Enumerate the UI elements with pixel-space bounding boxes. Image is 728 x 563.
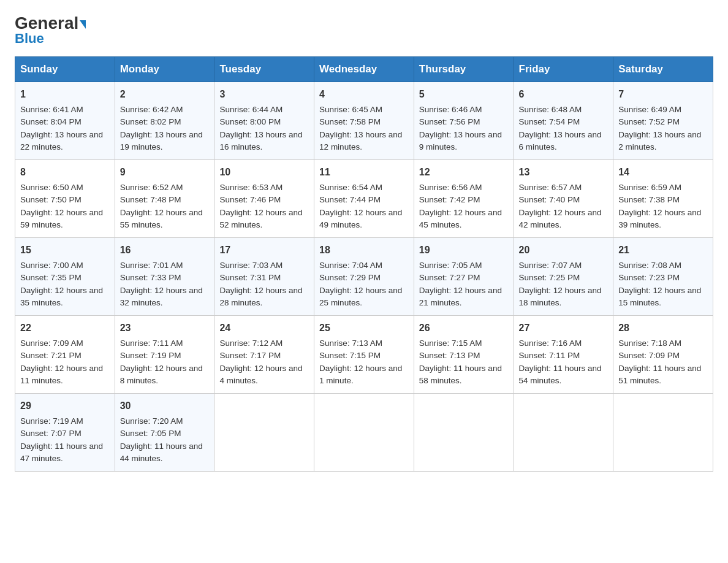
header-wednesday: Wednesday	[314, 57, 414, 82]
daylight-text: Daylight: 12 hours and 11 minutes.	[20, 364, 103, 385]
sunset-text: Sunset: 7:05 PM	[120, 429, 181, 438]
sunset-text: Sunset: 8:04 PM	[20, 117, 82, 126]
daylight-text: Daylight: 12 hours and 52 minutes.	[219, 208, 302, 229]
sunrise-text: Sunrise: 6:59 AM	[618, 183, 681, 192]
sunset-text: Sunset: 7:38 PM	[618, 195, 680, 204]
calendar-table: SundayMondayTuesdayWednesdayThursdayFrid…	[15, 56, 713, 472]
calendar-cell: 4Sunrise: 6:45 AMSunset: 7:58 PMDaylight…	[314, 82, 414, 160]
day-number: 26	[419, 321, 509, 335]
daylight-text: Daylight: 11 hours and 44 minutes.	[120, 442, 203, 463]
day-number: 22	[20, 321, 110, 335]
daylight-text: Daylight: 11 hours and 54 minutes.	[519, 364, 602, 385]
calendar-cell: 14Sunrise: 6:59 AMSunset: 7:38 PMDayligh…	[613, 160, 713, 238]
calendar-header-row: SundayMondayTuesdayWednesdayThursdayFrid…	[15, 57, 713, 82]
sunrise-text: Sunrise: 6:57 AM	[519, 183, 582, 192]
sunrise-text: Sunrise: 7:07 AM	[519, 261, 582, 270]
sunrise-text: Sunrise: 7:11 AM	[120, 339, 183, 348]
sunset-text: Sunset: 7:23 PM	[618, 273, 680, 282]
sunrise-text: Sunrise: 7:05 AM	[419, 261, 482, 270]
calendar-cell: 22Sunrise: 7:09 AMSunset: 7:21 PMDayligh…	[15, 316, 115, 394]
calendar-week-5: 29Sunrise: 7:19 AMSunset: 7:07 PMDayligh…	[15, 394, 713, 472]
sunrise-text: Sunrise: 7:19 AM	[20, 416, 83, 426]
sunset-text: Sunset: 7:09 PM	[618, 351, 680, 360]
daylight-text: Daylight: 12 hours and 32 minutes.	[120, 286, 203, 307]
calendar-cell: 28Sunrise: 7:18 AMSunset: 7:09 PMDayligh…	[613, 316, 713, 394]
sunset-text: Sunset: 7:07 PM	[20, 429, 82, 438]
daylight-text: Daylight: 12 hours and 28 minutes.	[219, 286, 302, 307]
calendar-week-4: 22Sunrise: 7:09 AMSunset: 7:21 PMDayligh…	[15, 316, 713, 394]
sunrise-text: Sunrise: 7:15 AM	[419, 339, 482, 348]
calendar-cell: 8Sunrise: 6:50 AMSunset: 7:50 PMDaylight…	[15, 160, 115, 238]
sunrise-text: Sunrise: 7:09 AM	[20, 339, 83, 348]
header-friday: Friday	[514, 57, 613, 82]
sunset-text: Sunset: 7:44 PM	[319, 195, 381, 204]
daylight-text: Daylight: 12 hours and 35 minutes.	[20, 286, 103, 307]
sunset-text: Sunset: 7:56 PM	[419, 117, 480, 126]
day-number: 16	[120, 243, 210, 258]
daylight-text: Daylight: 13 hours and 12 minutes.	[319, 130, 402, 151]
calendar-cell: 24Sunrise: 7:12 AMSunset: 7:17 PMDayligh…	[214, 316, 314, 394]
header-tuesday: Tuesday	[214, 57, 314, 82]
day-number: 12	[419, 165, 509, 180]
logo: General Blue	[15, 15, 86, 47]
day-number: 3	[219, 87, 309, 102]
sunset-text: Sunset: 7:13 PM	[419, 351, 480, 360]
sunrise-text: Sunrise: 6:53 AM	[219, 183, 282, 192]
calendar-week-2: 8Sunrise: 6:50 AMSunset: 7:50 PMDaylight…	[15, 160, 713, 238]
daylight-text: Daylight: 13 hours and 22 minutes.	[20, 130, 103, 151]
sunrise-text: Sunrise: 6:46 AM	[419, 105, 482, 114]
calendar-cell: 20Sunrise: 7:07 AMSunset: 7:25 PMDayligh…	[514, 238, 613, 316]
calendar-cell: 13Sunrise: 6:57 AMSunset: 7:40 PMDayligh…	[514, 160, 613, 238]
sunset-text: Sunset: 7:48 PM	[120, 195, 181, 204]
daylight-text: Daylight: 12 hours and 15 minutes.	[618, 286, 701, 307]
sunrise-text: Sunrise: 6:44 AM	[219, 105, 282, 114]
calendar-cell: 26Sunrise: 7:15 AMSunset: 7:13 PMDayligh…	[414, 316, 514, 394]
day-number: 7	[618, 87, 708, 102]
day-number: 8	[20, 165, 110, 180]
calendar-cell: 2Sunrise: 6:42 AMSunset: 8:02 PMDaylight…	[115, 82, 214, 160]
sunrise-text: Sunrise: 7:20 AM	[120, 416, 183, 426]
day-number: 24	[219, 321, 309, 335]
logo-blue: Blue	[15, 31, 44, 47]
daylight-text: Daylight: 12 hours and 21 minutes.	[419, 286, 502, 307]
sunrise-text: Sunrise: 7:00 AM	[20, 261, 83, 270]
calendar-cell: 23Sunrise: 7:11 AMSunset: 7:19 PMDayligh…	[115, 316, 214, 394]
calendar-cell: 6Sunrise: 6:48 AMSunset: 7:54 PMDaylight…	[514, 82, 613, 160]
day-number: 1	[20, 87, 110, 102]
daylight-text: Daylight: 12 hours and 8 minutes.	[120, 364, 203, 385]
calendar-cell: 17Sunrise: 7:03 AMSunset: 7:31 PMDayligh…	[214, 238, 314, 316]
sunrise-text: Sunrise: 6:45 AM	[319, 105, 382, 114]
sunrise-text: Sunrise: 6:56 AM	[419, 183, 482, 192]
day-number: 18	[319, 243, 409, 258]
daylight-text: Daylight: 13 hours and 19 minutes.	[120, 130, 203, 151]
day-number: 4	[319, 87, 409, 102]
sunset-text: Sunset: 7:11 PM	[519, 351, 580, 360]
day-number: 13	[519, 165, 609, 180]
sunset-text: Sunset: 7:27 PM	[419, 273, 480, 282]
calendar-cell: 1Sunrise: 6:41 AMSunset: 8:04 PMDaylight…	[15, 82, 115, 160]
daylight-text: Daylight: 12 hours and 39 minutes.	[618, 208, 701, 229]
calendar-cell: 21Sunrise: 7:08 AMSunset: 7:23 PMDayligh…	[613, 238, 713, 316]
sunrise-text: Sunrise: 7:01 AM	[120, 261, 183, 270]
day-number: 30	[120, 399, 210, 413]
calendar-cell	[314, 394, 414, 472]
day-number: 21	[618, 243, 708, 258]
calendar-cell: 11Sunrise: 6:54 AMSunset: 7:44 PMDayligh…	[314, 160, 414, 238]
day-number: 27	[519, 321, 609, 335]
sunrise-text: Sunrise: 6:48 AM	[519, 105, 582, 114]
calendar-cell: 7Sunrise: 6:49 AMSunset: 7:52 PMDaylight…	[613, 82, 713, 160]
sunrise-text: Sunrise: 6:50 AM	[20, 183, 83, 192]
day-number: 19	[419, 243, 509, 258]
sunset-text: Sunset: 7:21 PM	[20, 351, 82, 360]
sunrise-text: Sunrise: 6:52 AM	[120, 183, 183, 192]
calendar-cell: 16Sunrise: 7:01 AMSunset: 7:33 PMDayligh…	[115, 238, 214, 316]
day-number: 23	[120, 321, 210, 335]
daylight-text: Daylight: 12 hours and 55 minutes.	[120, 208, 203, 229]
sunrise-text: Sunrise: 7:18 AM	[618, 339, 681, 348]
day-number: 11	[319, 165, 409, 180]
calendar-cell: 18Sunrise: 7:04 AMSunset: 7:29 PMDayligh…	[314, 238, 414, 316]
daylight-text: Daylight: 13 hours and 9 minutes.	[419, 130, 502, 151]
page-header: General Blue	[15, 15, 713, 47]
header-monday: Monday	[115, 57, 214, 82]
sunset-text: Sunset: 7:54 PM	[519, 117, 580, 126]
